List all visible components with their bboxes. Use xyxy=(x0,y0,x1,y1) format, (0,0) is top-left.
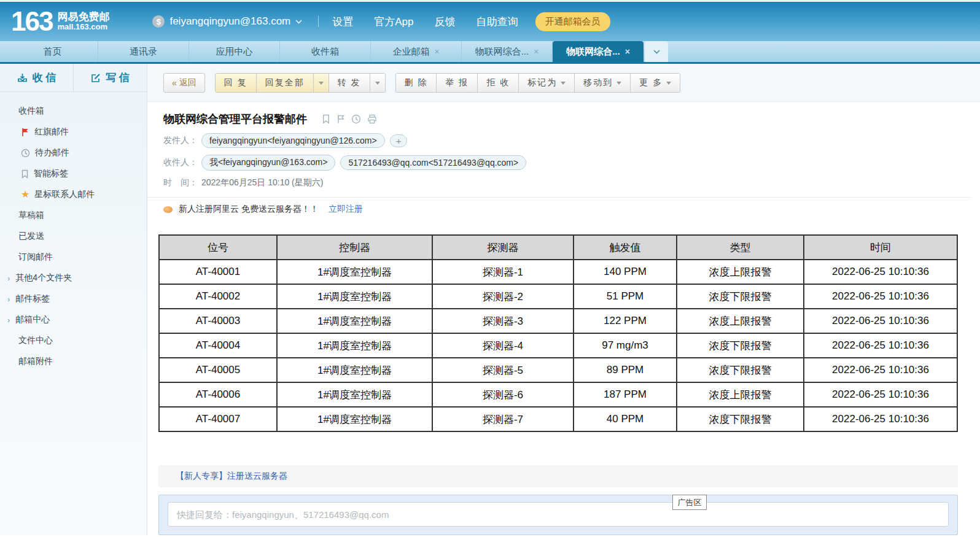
alarm-table-cell: AT-40002 xyxy=(159,284,277,309)
alarm-table-cell: AT-40003 xyxy=(159,309,277,333)
alarm-table-cell: 1#调度室控制器 xyxy=(277,382,432,407)
sidebar-item-sent[interactable]: 已发送 xyxy=(0,226,147,247)
more-button[interactable]: 更 多 xyxy=(631,74,680,92)
official-app-link[interactable]: 官方App xyxy=(374,15,413,29)
ad-register-link[interactable]: 立即注册 xyxy=(329,204,363,215)
alarm-table-cell: 1#调度室控制器 xyxy=(277,260,432,284)
topbar-menu: 设置 官方App 反馈 自助查询 xyxy=(332,15,518,29)
tab-home[interactable]: 首页 xyxy=(7,41,98,62)
alarm-table-row: AT-400061#调度室控制器探测器-6187 PPM浓度上限报警2022-0… xyxy=(159,382,957,407)
alarm-table-cell: 浓度下限报警 xyxy=(677,407,804,431)
time-label: 时 间： xyxy=(163,177,201,188)
alarm-table-cell: 89 PPM xyxy=(574,358,677,382)
folder-list: 收件箱 红旗邮件 待办邮件 智能标签 ★ 星标联系人邮件 草稿箱 已发送 订阅邮… xyxy=(0,92,147,372)
mail-view: « 返回 回 复 回复全部 转 发 删 除 举 报 拒 收 标记为 移动到 更 … xyxy=(147,64,980,535)
chevron-right-icon[interactable]: › xyxy=(7,315,10,325)
report-button[interactable]: 举 报 xyxy=(437,74,478,92)
alarm-table-cell: 浓度上限报警 xyxy=(677,382,804,407)
alarm-table-cell: 探测器-1 xyxy=(432,260,574,284)
sidebar-item-flagged[interactable]: 红旗邮件 xyxy=(0,122,147,142)
chevron-down-icon xyxy=(295,20,302,24)
email-time: 2022年06月25日 10:10 (星期六) xyxy=(201,177,323,188)
to-row: 收件人： 我<feiyangqingyun@163.com> 517216493… xyxy=(163,155,980,171)
sidebar-item-attachments[interactable]: 邮箱附件 xyxy=(0,351,147,372)
add-contact-button[interactable]: + xyxy=(390,134,408,147)
alarm-table-cell: 1#调度室控制器 xyxy=(277,309,432,333)
alarm-table-cell: 2022-06-25 10:10:36 xyxy=(804,358,957,382)
to-contact-pill[interactable]: 我<feiyangqingyun@163.com> xyxy=(201,155,335,171)
reply-button[interactable]: 回 复 xyxy=(216,74,257,92)
reply-all-dropdown[interactable] xyxy=(314,74,329,92)
quick-reply-panel: 广告区 xyxy=(158,495,958,535)
alarm-table-row: AT-400071#调度室控制器探测器-740 PPM浓度下限报警2022-06… xyxy=(159,407,957,431)
from-contact-pill[interactable]: feiyangqingyun<feiyangqingyun@126.com> xyxy=(201,133,385,148)
manage-group: 删 除 举 报 拒 收 标记为 移动到 更 多 xyxy=(395,73,681,93)
logo-domain: mall.163.com xyxy=(57,23,109,32)
to-label: 收件人： xyxy=(163,157,201,168)
printer-icon[interactable] xyxy=(367,114,377,124)
tab-enterprise-mail[interactable]: 企业邮箱 × xyxy=(371,41,462,62)
tab-contacts[interactable]: 通讯录 xyxy=(98,41,189,62)
alarm-table-cell: 探测器-6 xyxy=(432,382,574,407)
settings-link[interactable]: 设置 xyxy=(332,15,353,29)
sidebar-item-file-center[interactable]: 文件中心 xyxy=(0,330,147,351)
forward-dropdown[interactable] xyxy=(370,74,385,92)
clock-icon[interactable] xyxy=(351,114,361,124)
sidebar-item-inbox[interactable]: 收件箱 xyxy=(0,101,147,122)
subject-row: 物联网综合管理平台报警邮件 xyxy=(163,112,980,126)
promo-register-link[interactable]: 【新人专享】注册送云服务器 xyxy=(176,471,287,482)
receive-mail-button[interactable]: 收 信 xyxy=(0,64,74,91)
alarm-table-cell: 1#调度室控制器 xyxy=(277,333,432,358)
delete-button[interactable]: 删 除 xyxy=(396,74,437,92)
mark-as-button[interactable]: 标记为 xyxy=(519,74,575,92)
vip-upgrade-button[interactable]: 开通邮箱会员 xyxy=(535,12,610,31)
alarm-table-header-row: 位号 控制器 探测器 触发值 类型 时间 xyxy=(159,235,957,260)
compose-mail-button[interactable]: 写 信 xyxy=(74,64,147,91)
sidebar-item-subscriptions[interactable]: 订阅邮件 xyxy=(0,247,147,268)
close-icon[interactable]: × xyxy=(434,47,439,56)
chevron-right-icon[interactable]: › xyxy=(7,274,10,283)
sidebar-item-drafts[interactable]: 草稿箱 xyxy=(0,205,147,226)
self-service-link[interactable]: 自助查询 xyxy=(476,15,518,29)
tab-iot-mail-1[interactable]: 物联网综合... × xyxy=(462,41,553,62)
compose-pencil-icon xyxy=(91,73,101,83)
flag-icon xyxy=(21,128,29,137)
account-menu[interactable]: $ feiyangqingyun@163.com xyxy=(152,15,302,28)
quick-reply-input[interactable] xyxy=(168,502,949,527)
to-contact-pill[interactable]: 517216493@qq.com<517216493@qq.com> xyxy=(340,155,526,170)
feedback-link[interactable]: 反馈 xyxy=(435,15,456,29)
email-meta: 发件人： feiyangqingyun<feiyangqingyun@126.c… xyxy=(163,133,980,188)
tab-inbox[interactable]: 收件箱 xyxy=(280,41,371,62)
chevron-right-icon[interactable]: › xyxy=(7,295,10,304)
bookmark-icon xyxy=(21,169,29,179)
col-header-controller: 控制器 xyxy=(277,235,432,260)
163-logo[interactable]: 163 网易免费邮 mall.163.com xyxy=(11,8,109,35)
mail-toolbar: « 返回 回 复 回复全部 转 发 删 除 举 报 拒 收 标记为 移动到 更 … xyxy=(147,64,980,102)
forward-button[interactable]: 转 发 xyxy=(329,74,370,92)
sidebar-item-starred-contacts[interactable]: ★ 星标联系人邮件 xyxy=(0,184,147,205)
close-icon[interactable]: × xyxy=(534,47,539,56)
sidebar-item-other-folders[interactable]: › 其他4个文件夹 xyxy=(0,268,147,288)
reject-button[interactable]: 拒 收 xyxy=(478,74,519,92)
alarm-table-cell: 浓度上限报警 xyxy=(677,309,804,333)
move-to-button[interactable]: 移动到 xyxy=(575,74,631,92)
sidebar-item-todo[interactable]: 待办邮件 xyxy=(0,142,147,163)
tab-app-center[interactable]: 应用中心 xyxy=(189,41,280,62)
back-button[interactable]: « 返回 xyxy=(163,73,205,93)
alarm-table-cell: 探测器-3 xyxy=(432,309,574,333)
sidebar: 收 信 写 信 收件箱 红旗邮件 待办邮件 智能标签 xyxy=(0,64,147,535)
tab-list-dropdown[interactable] xyxy=(645,41,668,62)
alarm-table-cell: 1#调度室控制器 xyxy=(277,407,432,431)
sidebar-item-smart-tags[interactable]: 智能标签 xyxy=(0,163,147,184)
bookmark-icon[interactable] xyxy=(322,114,330,124)
alarm-table-cell: 2022-06-25 10:10:36 xyxy=(804,309,957,333)
alarm-table-cell: 40 PPM xyxy=(574,407,677,431)
close-icon[interactable]: × xyxy=(625,47,630,56)
reply-all-button[interactable]: 回复全部 xyxy=(257,74,314,92)
alarm-table-cell: 1#调度室控制器 xyxy=(277,358,432,382)
tab-iot-mail-2-active[interactable]: 物联网综合... × xyxy=(553,41,644,62)
flag-icon[interactable] xyxy=(336,114,345,124)
sidebar-item-mail-center[interactable]: › 邮箱中心 xyxy=(0,309,147,330)
sidebar-item-mail-tags[interactable]: › 邮件标签 xyxy=(0,288,147,309)
account-email: feiyangqingyun@163.com xyxy=(169,15,290,28)
